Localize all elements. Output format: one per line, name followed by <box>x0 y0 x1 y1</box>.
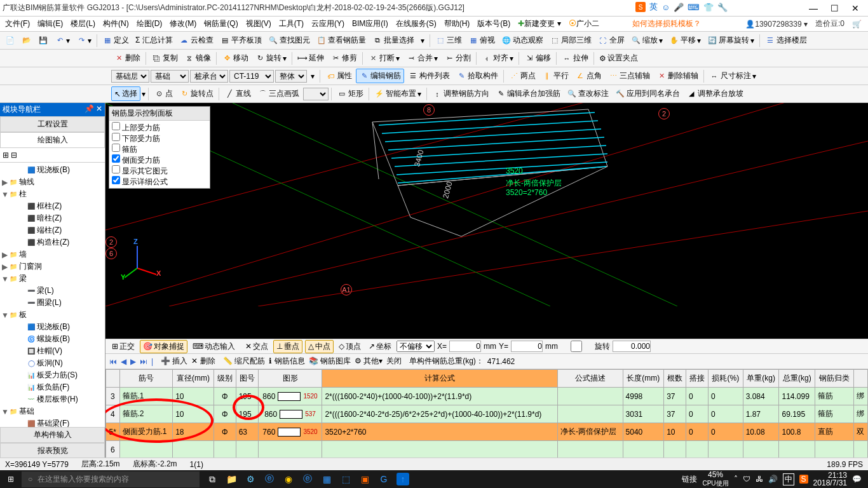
y-input[interactable] <box>511 341 543 352</box>
tree-item[interactable]: ▶📁门窗洞 <box>1 261 104 273</box>
pan-button[interactable]: ✋平移▾ <box>667 34 703 47</box>
help-link[interactable]: 如何选择损耗模板？ <box>628 17 705 30</box>
tab-single-input[interactable]: 单构件输入 <box>0 427 105 443</box>
rotate-point-button[interactable]: ↻旋转点 <box>177 87 216 100</box>
table-header-cell[interactable]: 公式描述 <box>557 370 623 388</box>
rotate-input[interactable] <box>613 341 651 352</box>
tree-item[interactable]: ▼📁柱 <box>1 188 104 200</box>
assistant-button[interactable]: ⦿广小二 <box>565 17 603 30</box>
tree-item[interactable]: 🟦现浇板(B) <box>1 164 104 176</box>
dropdown-icon[interactable]: ▾ <box>308 71 317 82</box>
find-button[interactable]: 🔍查找图元 <box>266 34 313 47</box>
ortho-button[interactable]: ⊞ 正交 <box>109 341 137 353</box>
delete-button[interactable]: ✕删除 <box>111 51 143 65</box>
edit-rebar-button[interactable]: ✎编辑钢筋 <box>356 69 404 83</box>
app1-icon[interactable]: ⚙ <box>244 473 257 485</box>
tray-ime-icon[interactable]: S <box>799 475 808 484</box>
rebar-lib-button[interactable]: 📚 钢筋图库 <box>309 356 351 367</box>
sum-button[interactable]: Σ 汇总计算 <box>133 34 175 47</box>
pin-icon[interactable]: 📌 ✕ <box>85 104 102 115</box>
pick-component-button[interactable]: ✎拾取构件 <box>454 69 501 83</box>
vertex-button[interactable]: ◇ 顶点 <box>336 341 363 353</box>
tree-item[interactable]: ◯板洞(N) <box>1 357 104 369</box>
tree-item[interactable]: ▼📁梁 <box>1 273 104 285</box>
tab-project-settings[interactable]: 工程设置 <box>0 116 105 132</box>
maximize-button[interactable]: ☐ <box>831 3 839 13</box>
undo-icon[interactable]: ↶▾ <box>52 34 72 47</box>
tray-notif-icon[interactable]: 💬 <box>852 475 862 484</box>
table-header-cell[interactable]: 级别 <box>214 370 236 388</box>
ime-mic-icon[interactable]: 🎤 <box>674 3 684 12</box>
scale-rebar-button[interactable]: 📏 缩尺配筋 <box>223 356 265 367</box>
menu-help[interactable]: 帮助(H) <box>440 17 474 30</box>
tray-clock[interactable]: 21:13 2018/7/31 <box>813 471 847 487</box>
app3-icon[interactable]: ▦ <box>320 473 333 485</box>
tree-item[interactable]: ⬛框柱(Z) <box>1 200 104 212</box>
menu-modify[interactable]: 修改(M) <box>166 17 200 30</box>
apply-same-button[interactable]: 🔨应用到同名承台 <box>613 87 682 100</box>
other-button[interactable]: ⚙ 其他▾ <box>355 356 383 367</box>
ime-keyboard-icon[interactable]: ⌨ <box>688 3 700 12</box>
table-header-cell[interactable]: 钢筋归类 <box>815 370 853 388</box>
new-icon[interactable]: 📄 <box>3 34 18 47</box>
flatten-button[interactable]: ▤平齐板顶 <box>217 34 264 47</box>
fullscreen-button[interactable]: ⛶全屏 <box>595 34 627 47</box>
table-header-cell[interactable] <box>853 370 867 388</box>
adjust-slope-button[interactable]: ◢调整承台放坡 <box>684 87 746 100</box>
rebar-info-button[interactable]: ℹ 钢筋信息 <box>269 356 304 367</box>
app6-icon[interactable]: G <box>377 473 390 485</box>
point-button[interactable]: ⊙点 <box>151 87 175 100</box>
more-icon[interactable]: ▾ <box>418 35 427 46</box>
ime-lang[interactable]: 英 <box>649 1 658 13</box>
dyn-input-button[interactable]: ⌨ 动态输入 <box>190 341 238 353</box>
extend-button[interactable]: ⟼延伸 <box>295 51 327 65</box>
menu-online[interactable]: 在线服务(S) <box>392 17 440 30</box>
user-phone[interactable]: 👤13907298339 ▾ <box>745 20 808 29</box>
merge-button[interactable]: ⤙合并▾ <box>403 51 440 65</box>
display-option[interactable]: 显示其它图元 <box>112 165 207 176</box>
mirror-button[interactable]: ⧖镜像 <box>182 51 214 65</box>
display-option[interactable]: 侧面受力筋 <box>112 154 207 165</box>
tray-lang[interactable]: 中 <box>783 473 794 485</box>
next-icon[interactable]: ▶ <box>130 357 136 366</box>
menu-component[interactable]: 构件(N) <box>99 17 133 30</box>
dynamic-view-button[interactable]: 🌐动态观察 <box>499 34 546 47</box>
taskview-icon[interactable]: ⧉ <box>206 473 219 485</box>
table-header-cell[interactable]: 损耗(%) <box>708 370 743 388</box>
split-button[interactable]: ⤚分割 <box>442 51 473 65</box>
table-header-cell[interactable]: 图号 <box>236 370 258 388</box>
ime-tools-icon[interactable]: 🔧 <box>717 3 728 12</box>
table-row[interactable]: 4 箍筋.210Φ195 860537 2*(((1600-2*40-2*d-2… <box>106 405 868 423</box>
coord-button[interactable]: ↗ 坐标 <box>366 341 394 353</box>
coin-icon[interactable]: 🛒 <box>852 20 862 29</box>
stretch-button[interactable]: ↔拉伸 <box>559 51 591 65</box>
rotate-button[interactable]: ↻旋转▾ <box>252 51 289 65</box>
tree-item[interactable]: ➖圈梁(L) <box>1 297 104 309</box>
start-button[interactable]: ⊞ <box>0 470 22 488</box>
rect-button[interactable]: ▭矩形 <box>334 87 366 100</box>
cross-button[interactable]: ✕ 交点 <box>243 341 271 353</box>
last-icon[interactable]: ⏭ <box>140 357 147 366</box>
x-input[interactable] <box>449 341 481 352</box>
ime-skin-icon[interactable]: 👕 <box>703 3 714 12</box>
coin-balance[interactable]: 造价豆:0 <box>815 18 844 29</box>
table-header-cell[interactable]: 筋号 <box>119 370 173 388</box>
perp-button[interactable]: ⊥ 垂点 <box>273 340 302 353</box>
view-rebar-button[interactable]: 📋查看钢筋量 <box>314 34 369 47</box>
menu-bim[interactable]: BIM应用(I) <box>348 17 392 30</box>
menu-draw[interactable]: 绘图(D) <box>133 17 166 30</box>
trim-button[interactable]: ✂修剪 <box>328 51 360 65</box>
table-header-cell[interactable]: 图形 <box>258 370 322 388</box>
tree-item[interactable]: 📊板负筋(F) <box>1 381 104 393</box>
tree-item[interactable]: 🌀螺旋板(B) <box>1 333 104 345</box>
drawing-area[interactable]: 钢筋显示控制面板 上部受力筋 下部受力筋 箍筋 侧面受力筋 显示其它图元 显示详… <box>105 103 868 339</box>
top-view-button[interactable]: ▦俯视 <box>466 34 498 47</box>
new-change-button[interactable]: ✚新建变更 ▾ <box>514 17 564 30</box>
select-button[interactable]: ↖ 选择 <box>111 86 140 101</box>
cloud-check-button[interactable]: ☁云检查 <box>177 34 216 47</box>
dimension-button[interactable]: ↔尺寸标注▾ <box>707 69 759 83</box>
auto-layout-button[interactable]: ⚡智能布置▾ <box>372 87 424 100</box>
osnap-button[interactable]: 🎯 对象捕捉 <box>140 340 187 353</box>
tree-item[interactable]: 〰楼层板带(H) <box>1 393 104 405</box>
two-point-button[interactable]: ⋰两点 <box>506 69 538 83</box>
